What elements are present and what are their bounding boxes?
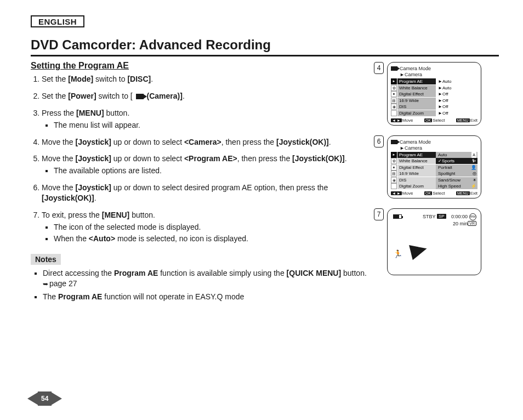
menu-left-icon	[391, 91, 397, 97]
rw-disc-icon: RW	[469, 213, 476, 220]
scene-arrow-icon	[409, 241, 429, 260]
notes-heading: Notes	[31, 254, 61, 265]
figure-6: 6 Camera Mode ►Camera Program AEAutoA Wh…	[387, 135, 499, 199]
portrait-icon: 👤	[471, 164, 476, 171]
language-label: ENGLISH	[31, 15, 84, 27]
menu-left-icon	[391, 152, 397, 158]
camera-icon	[136, 94, 144, 99]
step-2: Set the [Power] switch to [ (Camera)].	[42, 91, 383, 101]
menu-item: 16:9 Wide	[397, 98, 436, 104]
sandsnow-icon: ☀	[473, 177, 476, 183]
lcd-screen-7: STBY SP 0:00:00 RW 20 min VR 🏃	[387, 208, 481, 275]
menu-value: ►Auto	[436, 85, 477, 91]
spotlight-icon: ◎	[473, 171, 476, 177]
menu-item: Digital Zoom	[397, 183, 436, 189]
instructions-column: Setting the Program AE Set the [Mode] sw…	[31, 61, 387, 305]
menu-left-icon	[391, 183, 397, 189]
menu-left-icon	[391, 177, 397, 183]
foot-move: ◄ ►Move	[391, 118, 413, 123]
auto-badge-icon: A	[471, 152, 476, 158]
page-number-deco-icon	[27, 392, 38, 405]
notes-list: Direct accessing the Program AE function…	[43, 268, 383, 303]
battery-icon	[393, 214, 402, 219]
menu-left-icon	[391, 164, 397, 171]
menu-left-icon	[391, 98, 397, 104]
step-5-sub: The available options are listed.	[54, 166, 383, 176]
figures-column: 4 Camera Mode ►Camera Program AE►Auto Wh…	[387, 61, 499, 305]
menu-value: ►Off	[436, 98, 477, 104]
program-mode-icon: 🏃	[393, 249, 402, 258]
menu-item: Program AE	[397, 78, 436, 84]
menu-value: ✓Sports⛷	[436, 158, 477, 164]
remaining-time: 20 min	[453, 221, 468, 226]
note-2: The Program AE function will not operate…	[43, 292, 383, 302]
step-3: Press the [MENU] button. The menu list w…	[42, 108, 383, 130]
menu-left-icon	[391, 78, 397, 84]
menu-value: ►Off	[436, 91, 477, 97]
figure-7: 7 STBY SP 0:00:00 RW 20 min VR 🏃	[387, 208, 499, 275]
menu-value: ►Auto	[436, 78, 477, 84]
page-number-deco-icon	[51, 392, 62, 405]
highspeed-icon: ⚡	[471, 183, 476, 189]
page-reference: page 27	[43, 279, 77, 288]
screen-mode: Camera Mode	[400, 66, 431, 71]
foot-exit: MENUExit	[456, 118, 477, 123]
figure-4: 4 Camera Mode ►Camera Program AE►Auto Wh…	[387, 62, 499, 126]
figure-number-4: 4	[374, 62, 384, 74]
page-number: 54	[27, 391, 62, 406]
menu-left-icon	[391, 104, 397, 110]
menu-item: Program AE	[397, 152, 436, 158]
menu-item: Digital Effect	[397, 164, 436, 171]
screen-mode: Camera Mode	[400, 139, 431, 145]
camcorder-icon	[391, 66, 397, 71]
menu-left-icon	[391, 158, 397, 164]
menu-item: Digital Effect	[397, 91, 436, 97]
menu-value: ►Off	[436, 104, 477, 110]
foot-exit: MENUExit	[456, 191, 477, 196]
menu-item: 16:9 Wide	[397, 171, 436, 177]
menu-left-icon	[391, 85, 397, 91]
step-5: Move the [Joystick] up or down to select…	[42, 154, 383, 176]
step-6: Move the [Joystick] up or down to select…	[42, 183, 383, 203]
figure-number-7: 7	[374, 208, 384, 220]
foot-select: OKSelect	[424, 118, 445, 123]
menu-value: ►Off	[436, 110, 477, 116]
figure-number-6: 6	[374, 135, 384, 147]
sp-badge: SP	[437, 214, 446, 219]
step-4: Move the [Joystick] up or down to select…	[42, 137, 383, 147]
step-7: To exit, press the [MENU] button. The ic…	[42, 210, 383, 244]
section-heading: Setting the Program AE	[31, 61, 383, 71]
stby-label: STBY	[423, 214, 436, 219]
menu-item: DIS	[397, 104, 436, 110]
foot-select: OKSelect	[424, 191, 445, 196]
foot-move: ◄ ►Move	[391, 191, 413, 196]
menu-value: AutoA	[436, 152, 477, 158]
steps-list: Set the [Mode] switch to [DISC]. Set the…	[42, 74, 383, 244]
menu-left-icon	[391, 110, 397, 116]
step-7-sub2: When the <Auto> mode is selected, no ico…	[54, 234, 383, 244]
step-3-sub: The menu list will appear.	[54, 120, 383, 130]
menu-item: DIS	[397, 177, 436, 183]
menu-item: Digital Zoom	[397, 110, 436, 116]
camcorder-icon	[391, 140, 397, 144]
page-title: DVD Camcorder: Advanced Recording	[31, 37, 499, 56]
menu-value: High Speed⚡	[436, 183, 477, 189]
menu-value: Spotlight◎	[436, 171, 477, 177]
lcd-screen-6: Camera Mode ►Camera Program AEAutoA Whit…	[387, 135, 481, 199]
menu-value: Portrait👤	[436, 164, 477, 171]
vr-badge: VR	[468, 221, 476, 226]
menu-value: Sand/Snow☀	[436, 177, 477, 183]
menu-item: White Balance	[397, 158, 436, 164]
step-7-sub1: The icon of the selected mode is display…	[54, 222, 383, 232]
screen-nav: ►Camera	[400, 145, 477, 151]
timecode: 0:00:00	[451, 214, 468, 219]
menu-item: White Balance	[397, 85, 436, 91]
step-1: Set the [Mode] switch to [DISC].	[42, 74, 383, 84]
sports-icon: ⛷	[472, 158, 476, 164]
menu-left-icon	[391, 171, 397, 177]
screen-nav: ►Camera	[400, 72, 477, 77]
lcd-screen-4: Camera Mode ►Camera Program AE►Auto Whit…	[387, 62, 481, 126]
note-1: Direct accessing the Program AE function…	[43, 268, 383, 289]
